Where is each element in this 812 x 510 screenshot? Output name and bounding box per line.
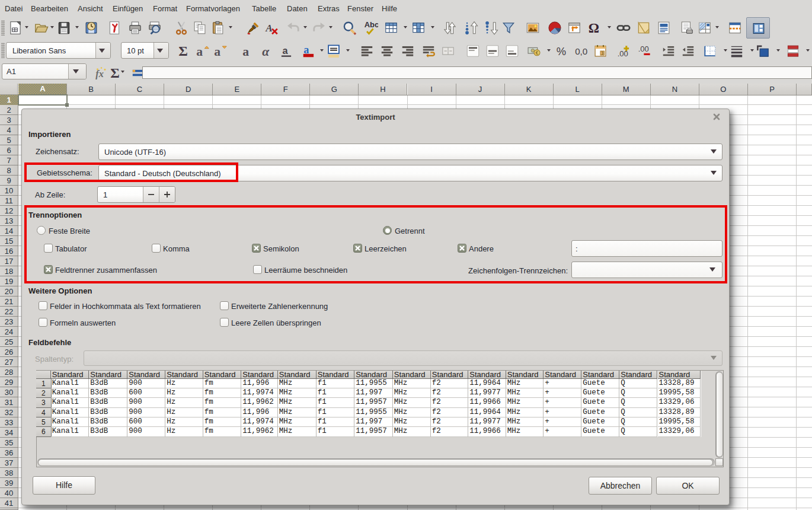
svg-text:Σ: Σ <box>178 43 188 59</box>
svg-text:€: € <box>536 50 539 56</box>
svg-text:a: a <box>283 45 289 56</box>
svg-text:Abc: Abc <box>365 20 378 29</box>
svg-text:A: A <box>265 23 273 34</box>
svg-text:Σ: Σ <box>110 65 120 81</box>
svg-text:3: 3 <box>601 51 603 55</box>
svg-text:a: a <box>196 44 203 59</box>
svg-text:a: a <box>214 44 220 59</box>
svg-text:%: % <box>557 45 566 58</box>
svg-text:0,0: 0,0 <box>575 46 587 56</box>
svg-text:fx: fx <box>95 69 104 79</box>
svg-text:α: α <box>262 44 270 59</box>
svg-text:Ω: Ω <box>589 21 599 36</box>
svg-text:a: a <box>242 44 249 59</box>
svg-text:.00: .00 <box>638 44 649 53</box>
svg-text:a: a <box>303 44 309 56</box>
